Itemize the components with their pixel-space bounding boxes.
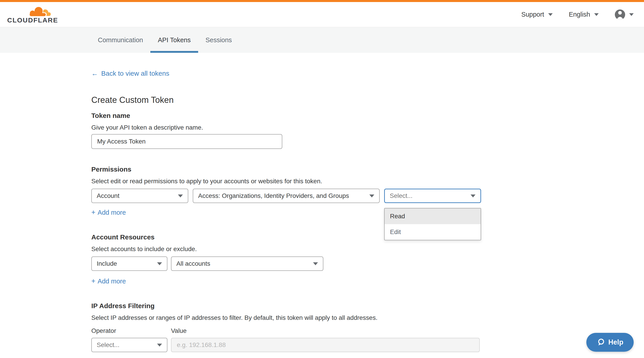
permission-resource-value: Access: Organizations, Identity Provider…: [198, 192, 349, 199]
permission-scope-select[interactable]: Account: [91, 189, 188, 203]
chevron-down-icon: [369, 194, 374, 197]
ip-filtering-labels: Operator Value: [91, 327, 553, 335]
account-mode-select[interactable]: Include: [91, 256, 168, 271]
header-nav: Support English: [521, 10, 634, 20]
ip-filtering-row: Select...: [91, 338, 553, 352]
chevron-down-icon: [157, 262, 162, 265]
back-arrow-icon: ←: [91, 69, 98, 78]
back-to-tokens-link[interactable]: ← Back to view all tokens: [91, 69, 169, 78]
accounts-value: All accounts: [176, 260, 210, 267]
menu-option-edit[interactable]: Edit: [384, 224, 481, 240]
permission-scope-value: Account: [97, 192, 120, 199]
permission-level-menu: Read Edit: [384, 208, 481, 240]
page-title: Create Custom Token: [91, 95, 553, 105]
language-menu[interactable]: English: [569, 11, 599, 18]
help-button[interactable]: Help: [586, 333, 634, 352]
tab-sessions[interactable]: Sessions: [198, 27, 240, 53]
user-avatar-icon: [615, 10, 625, 20]
ip-filtering-heading: IP Address Filtering: [91, 302, 553, 310]
token-name-heading: Token name: [91, 112, 553, 120]
chevron-down-icon: [548, 13, 553, 16]
token-name-description: Give your API token a descriptive name.: [91, 124, 553, 131]
permission-level-select[interactable]: Select...: [384, 189, 481, 203]
cloudflare-logo[interactable]: CLOUDFLARE: [7, 6, 58, 24]
permission-resource-select[interactable]: Access: Organizations, Identity Provider…: [193, 189, 380, 203]
chevron-down-icon: [157, 344, 162, 346]
ip-operator-select[interactable]: Select...: [91, 338, 168, 352]
ip-operator-placeholder: Select...: [97, 341, 120, 348]
permissions-heading: Permissions: [91, 165, 553, 173]
chevron-down-icon: [178, 194, 183, 197]
accounts-select[interactable]: All accounts: [171, 256, 323, 271]
ip-value-input[interactable]: [171, 338, 480, 352]
tab-bar: Communication API Tokens Sessions: [0, 27, 644, 53]
plus-icon: +: [91, 277, 95, 285]
cloudflare-wordmark: CLOUDFLARE: [7, 17, 58, 24]
permission-level-placeholder: Select...: [390, 192, 412, 199]
header: CLOUDFLARE Support English: [0, 2, 644, 27]
chevron-down-icon: [629, 13, 634, 16]
support-menu[interactable]: Support: [521, 11, 553, 18]
token-name-input[interactable]: [91, 134, 282, 149]
account-resources-description: Select accounts to include or exclude.: [91, 245, 553, 253]
cloudflare-cloud-icon: [27, 6, 52, 17]
account-resources-row: Include All accounts: [91, 256, 553, 271]
plus-icon: +: [91, 208, 95, 216]
chevron-down-icon: [313, 262, 318, 265]
support-label: Support: [521, 11, 544, 18]
value-label: Value: [171, 327, 187, 335]
tab-api-tokens[interactable]: API Tokens: [150, 27, 198, 53]
menu-option-read[interactable]: Read: [384, 208, 481, 224]
permissions-add-more-link[interactable]: + Add more: [91, 208, 126, 216]
operator-label: Operator: [91, 327, 171, 335]
permissions-add-more-label: Add more: [98, 208, 126, 216]
account-mode-value: Include: [97, 260, 117, 267]
back-link-label: Back to view all tokens: [101, 69, 169, 78]
chevron-down-icon: [470, 194, 476, 197]
chevron-down-icon: [594, 13, 599, 16]
chat-bubble-icon: [597, 338, 605, 346]
account-menu[interactable]: [615, 10, 634, 20]
help-button-label: Help: [608, 338, 623, 346]
account-resources-heading: Account Resources: [91, 233, 553, 241]
permissions-row: Account Access: Organizations, Identity …: [91, 189, 553, 203]
account-resources-add-more-label: Add more: [98, 277, 126, 285]
language-label: English: [569, 11, 590, 18]
brand-accent-bar: [0, 0, 644, 2]
main-content: ← Back to view all tokens Create Custom …: [0, 53, 644, 352]
account-resources-add-more-link[interactable]: + Add more: [91, 277, 126, 285]
ip-filtering-description: Select IP addresses or ranges of IP addr…: [91, 314, 553, 322]
tab-communication[interactable]: Communication: [90, 27, 150, 53]
permissions-description: Select edit or read permissions to apply…: [91, 177, 553, 185]
